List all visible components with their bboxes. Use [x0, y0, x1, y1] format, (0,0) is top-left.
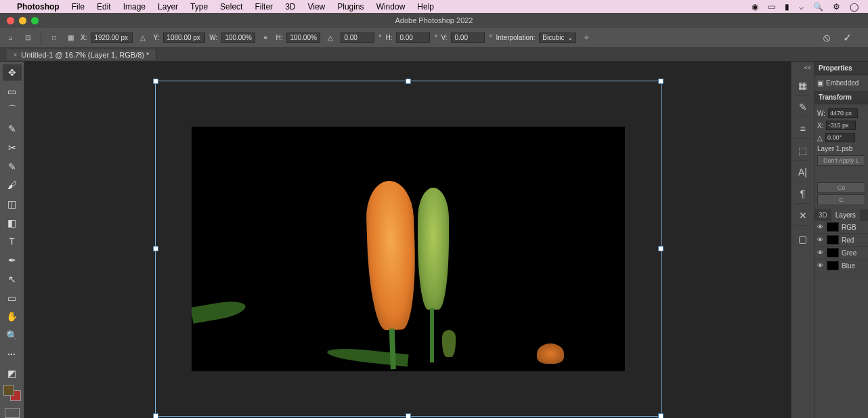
tab-close-icon[interactable]: ×	[14, 51, 17, 58]
app-name-menu[interactable]: Photoshop	[11, 2, 66, 12]
edit-toolbar-icon[interactable]: •••	[3, 346, 22, 362]
transform-handle-bot-left[interactable]	[153, 413, 158, 418]
document-tab-title: Untitled-1 @ 16.7% (Layer 1, RGB/8) *	[21, 51, 149, 59]
transform-handle-bot-mid[interactable]	[406, 413, 411, 418]
eyedropper-tool[interactable]: ✎	[3, 159, 22, 175]
w-field[interactable]	[221, 33, 255, 43]
transform-handle-top-right[interactable]	[658, 79, 664, 84]
adjustments-panel-icon[interactable]: ≡	[795, 123, 811, 139]
visibility-icon[interactable]: 👁	[817, 236, 824, 243]
gradient-tool[interactable]: ◧	[3, 215, 22, 231]
dont-apply-button[interactable]: Don't Apply L	[817, 155, 865, 166]
prop-rotation-field[interactable]	[825, 133, 855, 142]
status-control-center-icon[interactable]: ⚙	[833, 2, 840, 12]
y-field[interactable]	[163, 33, 205, 43]
marquee-tool[interactable]: ▭	[3, 83, 22, 100]
brush-tool[interactable]: 🖌	[3, 177, 22, 193]
artboard-panel-icon[interactable]: ▢	[795, 231, 811, 247]
menu-type[interactable]: Type	[184, 2, 214, 12]
default-colors-icon[interactable]: ◩	[3, 365, 22, 381]
tab-layers[interactable]: Layers	[831, 209, 860, 221]
swatches-panel-icon[interactable]: ✎	[795, 101, 811, 117]
interpolation-dropdown[interactable]: Bicubic⌄	[539, 33, 576, 43]
paragraph-panel-icon[interactable]: ¶	[795, 188, 811, 204]
menu-plugins[interactable]: Plugins	[331, 2, 370, 12]
properties-type-label: Embedded	[826, 79, 859, 87]
rectangle-tool[interactable]: ▭	[3, 290, 22, 306]
visibility-icon[interactable]: 👁	[817, 249, 824, 256]
window-zoom-button[interactable]	[31, 17, 39, 24]
x-field[interactable]	[91, 33, 133, 43]
menu-file[interactable]: File	[66, 2, 91, 12]
h-field[interactable]	[286, 33, 320, 43]
channel-row-red[interactable]: 👁 Red	[815, 234, 868, 247]
cancel-transform-icon[interactable]: ⦸	[821, 32, 833, 44]
tools-panel-icon[interactable]: ✕	[795, 209, 811, 226]
color-swatches[interactable]	[3, 385, 21, 401]
tab-3d[interactable]: 3D	[815, 209, 831, 221]
transform-handle-bot-right[interactable]	[658, 413, 664, 418]
prop-w-field[interactable]	[828, 108, 858, 118]
window-close-button[interactable]	[7, 17, 14, 24]
collapse-panels-icon[interactable]: <<	[804, 64, 814, 71]
menu-3d[interactable]: 3D	[279, 2, 301, 12]
home-icon[interactable]: ⌂	[4, 34, 18, 41]
color-panel-icon[interactable]: ▦	[795, 79, 811, 96]
channel-row-green[interactable]: 👁 Gree	[815, 247, 868, 259]
foreground-color-swatch[interactable]	[3, 385, 14, 396]
menu-filter[interactable]: Filter	[248, 2, 279, 12]
status-search-icon[interactable]: 🔍	[813, 2, 823, 12]
libraries-panel-icon[interactable]: ⬚	[795, 144, 811, 161]
crop-tool[interactable]: ✂	[3, 140, 22, 156]
status-cc-icon[interactable]: ▭	[768, 2, 775, 12]
menu-edit[interactable]: Edit	[91, 2, 117, 12]
transform-handle-mid-right[interactable]	[658, 246, 664, 251]
status-siri-icon[interactable]: ◯	[850, 2, 859, 12]
status-battery-icon[interactable]: ▮	[785, 2, 789, 12]
menu-window[interactable]: Window	[370, 2, 412, 12]
canvas-area[interactable]	[24, 62, 868, 418]
lasso-tool[interactable]: ⌒	[3, 102, 22, 118]
swap-xy-icon[interactable]: △	[137, 32, 149, 44]
transform-handle-top-mid[interactable]	[406, 79, 411, 84]
zoom-tool[interactable]: 🔍	[3, 327, 22, 343]
visibility-icon[interactable]: 👁	[817, 224, 824, 230]
move-tool[interactable]: ✥	[3, 64, 22, 81]
link-wh-icon[interactable]: ⚭	[259, 32, 272, 44]
character-panel-icon[interactable]: A|	[795, 166, 811, 182]
status-wifi-icon[interactable]: ⌵	[799, 2, 804, 12]
skew-h-field[interactable]	[396, 33, 430, 43]
menu-image[interactable]: Image	[117, 2, 152, 12]
channel-row-blue[interactable]: 👁 Blue	[815, 259, 868, 272]
type-tool[interactable]: T	[3, 234, 22, 250]
reference-grid-icon[interactable]: ▦	[64, 32, 77, 44]
quick-select-tool[interactable]: ✎	[3, 121, 22, 137]
path-select-tool[interactable]: ↖	[3, 271, 22, 287]
reference-point-icon[interactable]: □	[48, 32, 60, 44]
visibility-icon[interactable]: 👁	[817, 262, 824, 269]
pen-tool[interactable]: ✒	[3, 252, 22, 268]
document-tab[interactable]: × Untitled-1 @ 16.7% (Layer 1, RGB/8) *	[7, 49, 156, 60]
skew-v-field[interactable]	[451, 33, 485, 43]
quick-mask-icon[interactable]	[5, 408, 20, 418]
convert-button-2[interactable]: C	[817, 194, 865, 205]
menu-help[interactable]: Help	[411, 2, 440, 12]
commit-transform-icon[interactable]: ✓	[841, 32, 853, 44]
prop-x-field[interactable]	[826, 121, 856, 130]
hand-tool[interactable]: ✋	[3, 309, 22, 325]
menu-view[interactable]: View	[301, 2, 331, 12]
transform-handle-top-left[interactable]	[153, 79, 158, 84]
transform-bounding-box[interactable]	[155, 81, 661, 417]
properties-panel-header[interactable]: Properties	[815, 62, 868, 75]
transform-handle-mid-left[interactable]	[153, 246, 158, 251]
transform-reset-icon[interactable]: ⊡	[22, 32, 34, 44]
eraser-tool[interactable]: ◫	[3, 196, 22, 212]
warp-icon[interactable]: ✧	[580, 32, 592, 44]
window-minimize-button[interactable]	[19, 17, 26, 24]
menu-select[interactable]: Select	[214, 2, 248, 12]
menu-layer[interactable]: Layer	[152, 2, 184, 12]
angle-field[interactable]	[341, 33, 374, 43]
status-record-icon[interactable]: ◉	[752, 2, 758, 12]
channel-row-rgb[interactable]: 👁 RGB	[815, 221, 868, 234]
convert-button-1[interactable]: Co	[817, 182, 865, 193]
